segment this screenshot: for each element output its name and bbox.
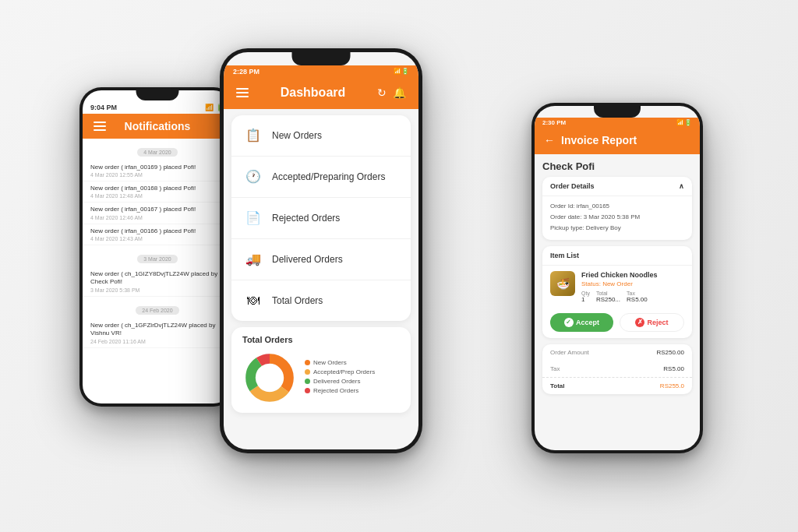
item-status: Status: New Order bbox=[581, 280, 684, 287]
left-status-time: 9:04 PM bbox=[90, 104, 117, 111]
order-amount-label: Order Amount bbox=[550, 349, 589, 356]
list-item[interactable]: New order ( irfan_00167 ) placed Pofi! 4… bbox=[83, 203, 232, 224]
order-id-row: Order Id: irfan_00165 bbox=[550, 202, 684, 210]
qty-col: Qty 1 bbox=[581, 291, 590, 303]
rejected-orders-label: Rejected Orders bbox=[272, 213, 340, 224]
item-list-card: Item List 🍜 Fried Chicken Noodles Status… bbox=[542, 246, 692, 338]
notifications-title: Notifications bbox=[125, 120, 191, 132]
right-status-time: 2:30 PM bbox=[542, 119, 566, 126]
amount-section: Order Amount RS250.00 Tax RS5.00 Total R… bbox=[542, 344, 692, 394]
menu-item-rejected-orders[interactable]: 📄 Rejected Orders bbox=[231, 198, 411, 239]
rejected-orders-icon: 📄 bbox=[242, 207, 264, 229]
total-label: Total bbox=[550, 382, 565, 389]
date-badge-3: 24 Feb 2020 bbox=[83, 301, 232, 315]
dashboard-menu-icon[interactable] bbox=[236, 88, 249, 97]
chart-title: Total Orders bbox=[242, 335, 400, 344]
date-badge-2: 3 Mar 2020 bbox=[83, 250, 232, 264]
legend-dot-new bbox=[305, 360, 310, 365]
item-name: Fried Chicken Noodles bbox=[581, 271, 684, 280]
total-orders-icon: 🍽 bbox=[242, 290, 264, 312]
chevron-up-icon: ∧ bbox=[679, 182, 684, 190]
invoice-body: Check Pofi Order Details ∧ Order Id: irf… bbox=[535, 154, 700, 400]
notifications-header: Notifications bbox=[83, 114, 232, 139]
delivered-orders-icon: 🚚 bbox=[242, 248, 264, 270]
right-phone: 2:30 PM 📶🔋 ← Invoice Report Check Pofi O… bbox=[531, 103, 703, 453]
item-row: 🍜 Fried Chicken Noodles Status: New Orde… bbox=[542, 266, 692, 308]
chart-legend: New Orders Accepted/Prep Orders Delivere… bbox=[305, 359, 375, 396]
legend-dot-rejected bbox=[305, 388, 310, 393]
legend-dot-accepted bbox=[305, 369, 310, 375]
legend-item-accepted: Accepted/Prep Orders bbox=[305, 368, 375, 375]
dashboard-title: Dashboard bbox=[281, 86, 346, 100]
total-value: RS255.0 bbox=[660, 382, 684, 389]
legend-item-delivered: Delivered Orders bbox=[305, 378, 375, 385]
reject-x-icon: ✗ bbox=[635, 318, 644, 327]
right-phone-screen: 2:30 PM 📶🔋 ← Invoice Report Check Pofi O… bbox=[535, 106, 700, 450]
tax-col: Tax RS5.00 bbox=[627, 291, 648, 303]
dashboard-menu-card: 📋 New Orders 🕐 Accepted/Preparing Orders… bbox=[231, 115, 411, 321]
new-orders-label: New Orders bbox=[272, 130, 322, 141]
total-col: Total RS250... bbox=[596, 291, 620, 303]
legend-label-rejected: Rejected Orders bbox=[313, 387, 358, 394]
accept-button[interactable]: ✓ Accept bbox=[550, 313, 613, 332]
bell-icon[interactable]: 🔔 bbox=[393, 86, 406, 99]
order-details-title: Order Details bbox=[550, 182, 595, 190]
order-details-header[interactable]: Order Details ∧ bbox=[542, 177, 692, 196]
order-details-card: Order Details ∧ Order Id: irfan_00165 Or… bbox=[542, 177, 692, 241]
legend-label-delivered: Delivered Orders bbox=[313, 378, 360, 385]
left-phone-screen: 9:04 PM 📶 🔋 Notifications 4 Mar 2020 bbox=[83, 90, 232, 403]
invoice-title: Invoice Report bbox=[561, 134, 637, 146]
legend-item-rejected: Rejected Orders bbox=[305, 387, 375, 394]
item-info: Fried Chicken Noodles Status: New Order … bbox=[581, 271, 684, 303]
order-amount-row: Order Amount RS250.00 bbox=[542, 344, 692, 361]
invoice-header: ← Invoice Report bbox=[535, 128, 700, 154]
notifications-list: 4 Mar 2020 New order ( irfan_00169 ) pla… bbox=[83, 139, 232, 348]
menu-icon[interactable] bbox=[94, 122, 106, 131]
legend-item-new: New Orders bbox=[305, 359, 375, 366]
order-details-body: Order Id: irfan_00165 Order date: 3 Mar … bbox=[542, 196, 692, 241]
list-item[interactable]: New order ( irfan_00168 ) placed Pofi! 4… bbox=[83, 181, 232, 203]
reject-button[interactable]: ✗ Reject bbox=[620, 313, 684, 332]
item-thumbnail: 🍜 bbox=[550, 271, 575, 296]
donut-chart bbox=[242, 351, 297, 405]
menu-item-new-orders[interactable]: 📋 New Orders bbox=[231, 115, 411, 157]
date-badge-1: 4 Mar 2020 bbox=[83, 143, 232, 157]
action-buttons: ✓ Accept ✗ Reject bbox=[542, 308, 692, 338]
total-orders-label: Total Orders bbox=[272, 295, 323, 306]
list-item[interactable]: New order ( irfan_00169 ) placed Pofi! 4… bbox=[83, 160, 232, 181]
legend-label-new: New Orders bbox=[313, 359, 347, 366]
pickup-type-row: Pickup type: Delivery Boy bbox=[550, 224, 684, 232]
header-action-icons: ↻ 🔔 bbox=[377, 86, 406, 99]
menu-item-accepted-orders[interactable]: 🕐 Accepted/Preparing Orders bbox=[231, 157, 411, 198]
item-list-header: Item List bbox=[542, 246, 692, 266]
tax-value: RS5.00 bbox=[663, 365, 684, 372]
accepted-orders-label: Accepted/Preparing Orders bbox=[272, 171, 385, 182]
menu-item-total-orders[interactable]: 🍽 Total Orders bbox=[231, 280, 411, 321]
store-name: Check Pofi bbox=[542, 160, 692, 172]
accept-check-icon: ✓ bbox=[564, 318, 574, 327]
back-button[interactable]: ← bbox=[544, 134, 555, 146]
refresh-icon[interactable]: ↻ bbox=[377, 86, 387, 99]
list-item[interactable]: New order ( irfan_00166 ) placed Pofi! 4… bbox=[83, 224, 232, 245]
menu-item-delivered-orders[interactable]: 🚚 Delivered Orders bbox=[231, 239, 411, 280]
new-orders-icon: 📋 bbox=[242, 125, 264, 146]
legend-label-accepted: Accepted/Prep Orders bbox=[313, 368, 375, 375]
list-item[interactable]: New order ( ch_1GFZlrDvjTLZ24W placed by… bbox=[83, 319, 232, 348]
mid-phone-screen: 2:28 PM 📶🔋 Dashboard ↻ 🔔 📋 bbox=[224, 52, 418, 449]
chart-area: New Orders Accepted/Prep Orders Delivere… bbox=[242, 351, 400, 405]
chart-section: Total Orders bbox=[231, 327, 411, 413]
left-notch bbox=[136, 90, 179, 100]
mid-phone: 2:28 PM 📶🔋 Dashboard ↻ 🔔 📋 bbox=[220, 48, 422, 453]
delivered-orders-label: Delivered Orders bbox=[272, 254, 343, 265]
total-row: Total RS255.0 bbox=[542, 377, 692, 394]
order-amount-value: RS250.00 bbox=[656, 349, 684, 356]
right-notch bbox=[594, 106, 641, 118]
legend-dot-delivered bbox=[305, 379, 310, 384]
tax-label: Tax bbox=[550, 365, 560, 372]
list-item[interactable]: New order ( ch_1GIZY8DvjTLZ24W placed by… bbox=[83, 267, 232, 297]
mid-status-icons: 📶🔋 bbox=[394, 68, 409, 75]
left-phone: 9:04 PM 📶 🔋 Notifications 4 Mar 2020 bbox=[79, 87, 235, 407]
svg-point-5 bbox=[258, 365, 282, 389]
mid-status-time: 2:28 PM bbox=[233, 68, 260, 76]
item-meta: Qty 1 Total RS250... Tax RS5.00 bbox=[581, 291, 684, 303]
